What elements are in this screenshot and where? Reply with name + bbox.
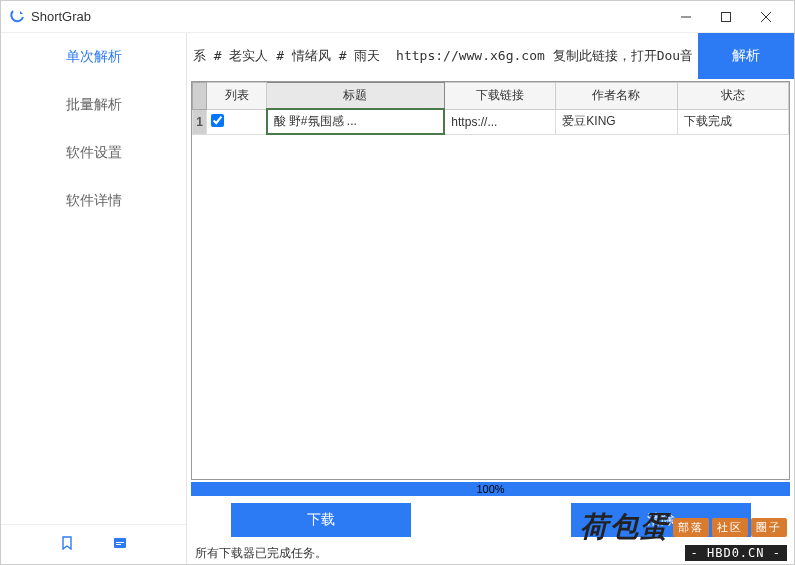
- sidebar-item-label: 单次解析: [66, 48, 122, 66]
- progress-bar: 100%: [191, 482, 790, 496]
- parse-button[interactable]: 解析: [698, 33, 794, 79]
- progress-text: 100%: [476, 483, 504, 495]
- main-panel: 解析 列表 标题 下载链接 作者名称 状态: [187, 33, 794, 564]
- results-table: 列表 标题 下载链接 作者名称 状态 1: [191, 81, 790, 480]
- table-row[interactable]: 1 酸 野#氛围感 ... https://... 爱豆KING 下载完成: [193, 109, 789, 134]
- col-status[interactable]: 状态: [677, 83, 788, 110]
- row-status: 下载完成: [677, 109, 788, 134]
- sidebar: 单次解析 批量解析 软件设置 软件详情: [1, 33, 187, 564]
- sidebar-item-single-parse[interactable]: 单次解析: [1, 33, 186, 81]
- sidebar-item-label: 批量解析: [66, 96, 122, 114]
- minimize-button[interactable]: [666, 3, 706, 31]
- clear-button[interactable]: 清除: [571, 503, 751, 537]
- sidebar-item-label: 软件设置: [66, 144, 122, 162]
- status-bar: 所有下载器已完成任务。: [187, 542, 794, 564]
- sidebar-item-label: 软件详情: [66, 192, 122, 210]
- sidebar-item-about[interactable]: 软件详情: [1, 177, 186, 225]
- sidebar-bottom: [1, 524, 186, 564]
- window-title: ShortGrab: [31, 9, 666, 24]
- sidebar-item-batch-parse[interactable]: 批量解析: [1, 81, 186, 129]
- col-author[interactable]: 作者名称: [556, 83, 677, 110]
- maximize-button[interactable]: [706, 3, 746, 31]
- row-number: 1: [193, 109, 207, 134]
- row-checkbox-cell[interactable]: [207, 109, 267, 134]
- col-list[interactable]: 列表: [207, 83, 267, 110]
- card-icon[interactable]: [113, 536, 127, 554]
- status-text: 所有下载器已完成任务。: [195, 545, 327, 562]
- url-input[interactable]: [187, 39, 698, 73]
- col-title[interactable]: 标题: [267, 83, 445, 110]
- svg-rect-1: [722, 12, 731, 21]
- titlebar: ShortGrab: [1, 1, 794, 33]
- row-checkbox[interactable]: [211, 114, 224, 127]
- svg-rect-6: [116, 544, 121, 545]
- app-logo-icon: [9, 9, 25, 25]
- sidebar-item-settings[interactable]: 软件设置: [1, 129, 186, 177]
- col-link[interactable]: 下载链接: [444, 83, 555, 110]
- bookmark-icon[interactable]: [60, 536, 74, 554]
- close-button[interactable]: [746, 3, 786, 31]
- download-button[interactable]: 下载: [231, 503, 411, 537]
- row-title[interactable]: 酸 野#氛围感 ...: [267, 109, 445, 134]
- svg-rect-5: [116, 542, 124, 543]
- row-author: 爱豆KING: [556, 109, 677, 134]
- row-link[interactable]: https://...: [444, 109, 555, 134]
